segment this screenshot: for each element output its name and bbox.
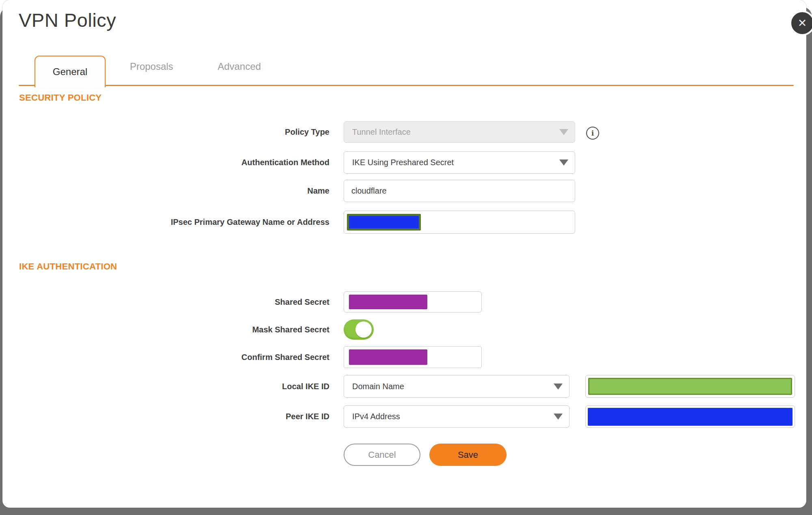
auth-method-value: IKE Using Preshared Secret [352,158,454,167]
peer-ike-id-label: Peer IKE ID [2,412,329,421]
policy-type-value: Tunnel Interface [352,127,411,137]
chevron-down-icon [554,414,563,420]
local-ike-id-type-value: Domain Name [352,382,404,391]
gateway-input[interactable] [344,211,575,234]
mask-shared-secret-toggle[interactable] [344,319,374,340]
name-input[interactable]: cloudflare [344,180,575,202]
tab-general-label: General [53,66,87,78]
peer-ike-id-redacted-value [588,408,793,426]
policy-type-label: Policy Type [2,127,329,137]
peer-ike-id-value-input[interactable] [585,405,795,428]
local-ike-id-redacted-value [588,378,792,395]
policy-type-row: Policy Type Tunnel Interface [2,121,575,143]
vpn-policy-dialog: VPN Policy General Proposals Advanced SE… [2,0,806,508]
name-row: Name cloudflare [2,180,575,202]
confirm-shared-secret-label: Confirm Shared Secret [2,353,329,362]
shared-secret-row: Shared Secret [2,291,482,312]
shared-secret-label: Shared Secret [2,297,329,307]
chevron-down-icon [559,129,568,135]
mask-shared-secret-label: Mask Shared Secret [2,325,329,334]
save-button[interactable]: Save [429,444,507,466]
auth-method-row: Authentication Method IKE Using Preshare… [2,151,575,174]
peer-ike-id-row: Peer IKE ID IPv4 Address [2,405,569,428]
tab-proposals[interactable]: Proposals [115,61,188,72]
auth-method-label: Authentication Method [2,158,329,167]
tab-advanced[interactable]: Advanced [203,61,276,72]
name-label: Name [2,186,329,196]
confirm-shared-secret-input[interactable] [344,346,482,368]
local-ike-id-label: Local IKE ID [2,382,329,391]
close-button[interactable]: ✕ [790,11,812,36]
tab-general[interactable]: General [35,56,106,87]
action-button-row: Cancel Save [344,444,507,466]
cancel-button[interactable]: Cancel [344,444,420,466]
chevron-down-icon [554,384,563,390]
local-ike-id-row: Local IKE ID Domain Name [2,375,569,398]
confirm-shared-secret-redacted-value [349,349,427,365]
mask-shared-secret-row: Mask Shared Secret [2,319,374,340]
vpn-policy-modal: VPN Policy General Proposals Advanced SE… [0,0,812,515]
chevron-down-icon [559,159,568,166]
info-icon[interactable]: i [586,127,599,140]
name-value: cloudflare [351,186,387,196]
shared-secret-input[interactable] [344,291,482,312]
page-title: VPN Policy [19,9,116,31]
policy-type-select[interactable]: Tunnel Interface [344,121,575,143]
peer-ike-id-type-value: IPv4 Address [352,412,400,421]
close-icon: ✕ [798,18,807,29]
gateway-redacted-value [347,214,421,231]
gateway-label: IPsec Primary Gateway Name or Address [2,218,329,227]
confirm-shared-secret-row: Confirm Shared Secret [2,346,482,368]
toggle-knob [355,321,372,338]
section-security-policy: SECURITY POLICY [19,93,102,103]
local-ike-id-value-input[interactable] [585,375,795,398]
local-ike-id-select[interactable]: Domain Name [344,375,569,398]
peer-ike-id-select[interactable]: IPv4 Address [344,405,569,428]
auth-method-select[interactable]: IKE Using Preshared Secret [344,151,575,174]
shared-secret-redacted-value [349,295,427,309]
gateway-row: IPsec Primary Gateway Name or Address [2,211,575,234]
tab-advanced-label: Advanced [218,61,261,72]
info-icon-glyph: i [591,129,594,137]
tab-proposals-label: Proposals [130,61,173,72]
section-ike-authentication: IKE AUTHENTICATION [19,261,117,272]
tab-bar-underline [19,85,794,86]
